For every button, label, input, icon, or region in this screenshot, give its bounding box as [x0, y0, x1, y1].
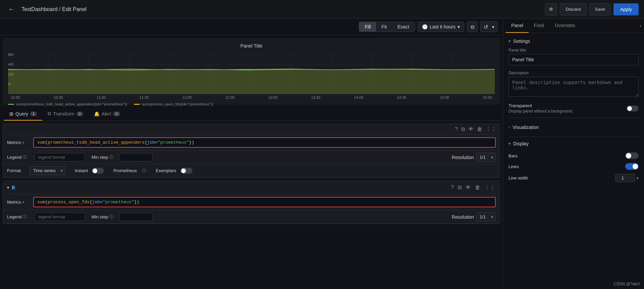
- min-step-label-a: Min step ⓘ: [92, 154, 115, 160]
- description-group: Description: [508, 71, 639, 98]
- query-b-help-button[interactable]: ?: [450, 184, 454, 191]
- fill-button[interactable]: Fill: [359, 22, 376, 31]
- query-a-help-button[interactable]: ?: [454, 125, 459, 133]
- metrics-row-b: Metrics ▾ sum(process_open_fds{job="prom…: [3, 194, 500, 210]
- bars-label: Bars: [508, 153, 518, 158]
- query-section: ⊞ Query 1 ⧉ Transform 0 🔔 Alert 0: [0, 107, 503, 289]
- left-panel: Fill Fit Exact 🕐 Last 6 hours ▾ ⊖ ↺ ▾: [0, 19, 503, 289]
- visualization-header[interactable]: › Visualization: [508, 122, 639, 133]
- query-tabs: ⊞ Query 1 ⧉ Transform 0 🔔 Alert 0: [3, 107, 500, 121]
- tab-field[interactable]: Field: [529, 19, 549, 33]
- visualization-divider: [508, 137, 639, 137]
- min-step-input-b[interactable]: [119, 213, 153, 221]
- tab-overrides[interactable]: Overrides: [549, 19, 581, 33]
- tab-transform[interactable]: ⧉ Transform 0: [42, 107, 88, 121]
- description-textarea[interactable]: [508, 77, 639, 97]
- query-b-collapse-button[interactable]: ▾: [7, 185, 9, 190]
- tab-alert[interactable]: 🔔 Alert 0: [89, 107, 125, 121]
- instant-toggle-a[interactable]: [92, 168, 104, 174]
- metric-selector-b: process_open_fds: [48, 200, 90, 205]
- settings-icon-button[interactable]: ⚙: [545, 3, 557, 15]
- format-select-a[interactable]: Time series Table Heatmap: [30, 166, 65, 175]
- query-a-copy-button[interactable]: ⧉: [461, 125, 466, 133]
- resolution-select-input-a[interactable]: 1/1 1/2 1/3: [476, 153, 496, 162]
- back-button[interactable]: ←: [5, 4, 17, 14]
- query-a-drag-button[interactable]: ⋮⋮: [485, 125, 497, 133]
- legend-row-b: Legend ⓘ Min step ⓘ Resolution 1/1: [3, 210, 500, 224]
- legend-row-a: Legend ⓘ Min step ⓘ Resolution 1/1: [3, 151, 500, 164]
- x-label-4: 12:00: [182, 95, 192, 99]
- svg-text:0: 0: [8, 82, 11, 86]
- legend-label-1: sum(process_open_fds{job="prometheus"}): [142, 102, 213, 106]
- minstep-info-icon-a[interactable]: ⓘ: [109, 154, 113, 160]
- view-mode-group: Fill Fit Exact: [359, 22, 415, 32]
- transform-badge: 0: [76, 112, 83, 116]
- display-collapse-icon: ▾: [508, 141, 511, 146]
- tab-query[interactable]: ⊞ Query 1: [4, 107, 42, 121]
- refresh-caret-button[interactable]: ▾: [489, 21, 497, 32]
- display-title: Display: [513, 141, 529, 146]
- tab-panel[interactable]: Panel: [506, 19, 529, 33]
- svg-text:40: 40: [8, 62, 13, 67]
- resolution-label-b: Resolution: [452, 214, 474, 220]
- fit-button[interactable]: Fit: [376, 22, 392, 31]
- query-b-drag-button[interactable]: ⋮⋮: [484, 184, 496, 191]
- min-step-input-a[interactable]: [119, 153, 153, 161]
- metrics-caret-a[interactable]: ▾: [22, 141, 24, 144]
- prometheus-info-icon-a[interactable]: ⓘ: [142, 168, 146, 173]
- refresh-icon: ↺: [484, 24, 488, 30]
- metrics-label-b: Metrics ▾: [7, 200, 31, 205]
- zoom-out-button[interactable]: ⊖: [467, 21, 478, 32]
- line-width-input[interactable]: [615, 174, 635, 182]
- apply-button[interactable]: Apply: [613, 3, 639, 15]
- settings-divider: [508, 118, 639, 118]
- metric-input-a[interactable]: sum(prometheus_tsdb_head_active_appender…: [33, 137, 496, 148]
- resolution-select-b[interactable]: 1/1 1/2 1/3: [476, 212, 496, 221]
- x-label-5: 12:30: [225, 95, 235, 99]
- minstep-info-icon-b[interactable]: ⓘ: [109, 214, 113, 220]
- settings-section-header[interactable]: ▾ Settings: [508, 39, 639, 44]
- line-width-caret[interactable]: ▾: [637, 176, 639, 180]
- save-button[interactable]: Save: [589, 3, 611, 15]
- legend-input-b[interactable]: [35, 213, 85, 221]
- caret-icon: ▾: [492, 24, 494, 29]
- query-a-delete-button[interactable]: 🗑: [476, 125, 483, 133]
- exact-button[interactable]: Exact: [392, 22, 415, 31]
- x-label-9: 14:30: [397, 95, 406, 99]
- query-b-copy-button[interactable]: ⧉: [457, 184, 462, 191]
- lines-toggle[interactable]: [625, 163, 639, 170]
- exemplars-toggle-a[interactable]: [180, 168, 193, 174]
- resolution-select-a[interactable]: 1/1 1/2 1/3: [476, 153, 496, 162]
- legend-info-icon-b[interactable]: ⓘ: [23, 214, 27, 220]
- legend-color-0: [8, 104, 14, 105]
- legend-color-1: [134, 104, 140, 105]
- display-section-header[interactable]: ▾ Display: [508, 141, 639, 146]
- bars-toggle[interactable]: [625, 152, 639, 159]
- legend-label-b: Legend ⓘ: [7, 214, 31, 220]
- resolution-select-input-b[interactable]: 1/1 1/2 1/3: [476, 212, 496, 221]
- metric-func-b: sum: [37, 200, 45, 205]
- panel-title-label: Panel title: [508, 48, 639, 53]
- time-range-button[interactable]: 🕐 Last 6 hours ▾: [418, 22, 464, 32]
- query-b-delete-button[interactable]: 🗑: [474, 184, 481, 191]
- query-a-eye-button[interactable]: 👁: [468, 125, 474, 133]
- discard-button[interactable]: Discard: [560, 3, 586, 15]
- metrics-caret-b[interactable]: ▾: [22, 200, 24, 204]
- metric-input-b[interactable]: sum(process_open_fds{job="prometheus"}): [33, 197, 496, 207]
- right-panel-expand-button[interactable]: ›: [640, 23, 641, 29]
- transparent-toggle[interactable]: [627, 105, 639, 112]
- svg-text:20: 20: [8, 72, 13, 76]
- watermark: CSDN @?abc!: [613, 282, 640, 286]
- lines-row: Lines: [508, 161, 639, 172]
- transparent-row: Transparent Display panel without a back…: [508, 103, 639, 114]
- format-select-wrapper-a[interactable]: Time series Table Heatmap: [30, 166, 65, 175]
- legend-input-a[interactable]: [35, 153, 85, 161]
- panel-title-input[interactable]: [508, 54, 639, 65]
- metric-func-a: sum: [37, 140, 45, 145]
- alert-badge: 0: [113, 112, 120, 116]
- format-label-a: Format: [7, 168, 25, 173]
- legend-info-icon-a[interactable]: ⓘ: [23, 154, 27, 160]
- query-b-eye-button[interactable]: 👁: [465, 184, 472, 191]
- x-label-7: 13:30: [311, 95, 321, 99]
- legend-label-a: Legend ⓘ: [7, 154, 31, 160]
